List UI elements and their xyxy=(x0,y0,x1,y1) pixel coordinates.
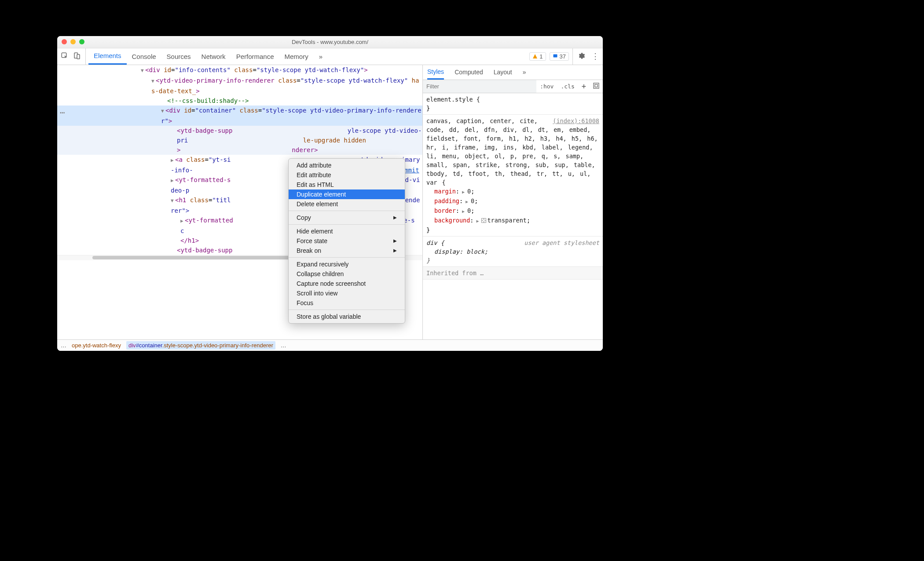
toolbar: Elements Console Sources Network Perform… xyxy=(57,48,603,65)
settings-icon[interactable] xyxy=(577,52,585,61)
selected-gutter-icon: … xyxy=(60,106,64,115)
titlebar: DevTools - www.youtube.com/ xyxy=(57,36,603,48)
ctx-item-copy[interactable]: Copy▶ xyxy=(289,213,405,222)
color-swatch-icon[interactable] xyxy=(481,218,486,223)
inherited-header: Inherited from … xyxy=(423,267,603,280)
traffic-lights xyxy=(62,39,84,44)
styles-filter-input[interactable] xyxy=(423,80,536,93)
ctx-item-add-attribute[interactable]: Add attribute xyxy=(289,160,405,170)
ctx-item-duplicate-element[interactable]: Duplicate element xyxy=(289,189,405,199)
submenu-arrow-icon: ▶ xyxy=(393,238,397,243)
submenu-arrow-icon: ▶ xyxy=(393,215,397,220)
reset-rule[interactable]: (index):61008 canvas, caption, center, c… xyxy=(423,115,603,237)
svg-rect-2 xyxy=(77,55,80,59)
ctx-item-hide-element[interactable]: Hide element xyxy=(289,226,405,236)
styles-panel: Styles Computed Layout » :hov .cls + ele… xyxy=(422,65,603,339)
ctx-item-store-as-global-variable[interactable]: Store as global variable xyxy=(289,312,405,321)
source-link[interactable]: (index):61008 xyxy=(553,117,599,124)
warnings-badge[interactable]: 1 xyxy=(529,52,546,61)
context-menu[interactable]: Add attributeEdit attributeEdit as HTMLD… xyxy=(288,158,405,324)
element-style-rule[interactable]: element.style { } xyxy=(423,93,603,115)
new-style-rule-icon[interactable]: + xyxy=(578,82,590,91)
inspect-icon[interactable] xyxy=(61,52,69,61)
styles-tabs-overflow-icon[interactable]: » xyxy=(523,69,526,76)
more-icon[interactable]: ⋮ xyxy=(591,51,599,61)
styles-tab-styles[interactable]: Styles xyxy=(427,65,444,80)
minimize-icon[interactable] xyxy=(70,39,76,44)
tab-network[interactable]: Network xyxy=(196,48,231,65)
issues-badge[interactable]: 37 xyxy=(550,52,569,61)
svg-rect-5 xyxy=(595,84,598,87)
device-toggle-icon[interactable] xyxy=(73,52,81,61)
tab-performance[interactable]: Performance xyxy=(231,48,279,65)
ctx-item-collapse-children[interactable]: Collapse children xyxy=(289,269,405,279)
tab-elements[interactable]: Elements xyxy=(88,48,127,65)
tab-console[interactable]: Console xyxy=(127,48,161,65)
tab-memory[interactable]: Memory xyxy=(279,48,314,65)
submenu-arrow-icon: ▶ xyxy=(393,248,397,253)
breadcrumb-selected[interactable]: div#container.style-scope.ytd-video-prim… xyxy=(126,341,275,350)
ctx-item-focus[interactable]: Focus xyxy=(289,298,405,308)
close-icon[interactable] xyxy=(62,39,67,44)
breadcrumb-overflow-right-icon[interactable]: … xyxy=(281,342,286,349)
ua-rule: user agent stylesheet div { display: blo… xyxy=(423,237,603,267)
styles-tab-computed[interactable]: Computed xyxy=(455,69,483,76)
ctx-item-capture-node-screenshot[interactable]: Capture node screenshot xyxy=(289,279,405,288)
panel-tabs: Elements Console Sources Network Perform… xyxy=(88,48,529,65)
ctx-item-edit-as-html[interactable]: Edit as HTML xyxy=(289,180,405,189)
ctx-item-delete-element[interactable]: Delete element xyxy=(289,199,405,209)
zoom-icon[interactable] xyxy=(79,39,84,44)
svg-rect-4 xyxy=(594,83,599,88)
cls-button[interactable]: .cls xyxy=(557,83,578,90)
ctx-item-force-state[interactable]: Force state▶ xyxy=(289,236,405,246)
breadcrumb-item[interactable]: ope.ytd-watch-flexy xyxy=(72,342,121,349)
box-model-icon[interactable] xyxy=(590,83,603,90)
tab-sources[interactable]: Sources xyxy=(161,48,196,65)
ctx-item-break-on[interactable]: Break on▶ xyxy=(289,246,405,255)
breadcrumb: … ope.ytd-watch-flexy div#container.styl… xyxy=(57,339,603,351)
styles-tab-layout[interactable]: Layout xyxy=(494,69,512,76)
devtools-window: DevTools - www.youtube.com/ Elements Con… xyxy=(57,36,603,351)
info-count: 37 xyxy=(560,53,566,60)
ctx-item-scroll-into-view[interactable]: Scroll into view xyxy=(289,288,405,298)
svg-rect-3 xyxy=(553,55,557,58)
window-title: DevTools - www.youtube.com/ xyxy=(292,39,368,45)
tabs-overflow-icon[interactable]: » xyxy=(314,48,328,65)
warn-count: 1 xyxy=(539,53,543,60)
breadcrumb-overflow-left-icon[interactable]: … xyxy=(61,342,66,349)
ctx-item-edit-attribute[interactable]: Edit attribute xyxy=(289,170,405,180)
ctx-item-expand-recursively[interactable]: Expand recursively xyxy=(289,259,405,269)
hov-button[interactable]: :hov xyxy=(536,83,557,90)
